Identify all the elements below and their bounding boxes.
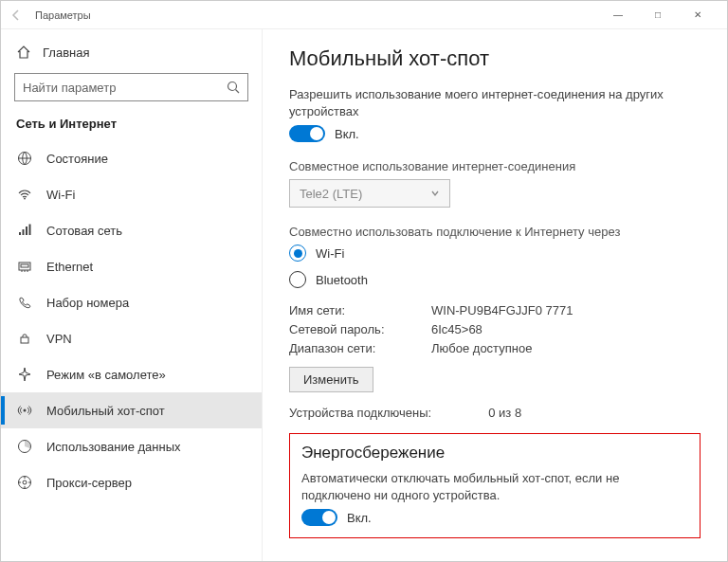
sidebar-item-label: Состояние	[46, 152, 108, 166]
chevron-down-icon	[430, 189, 440, 198]
home-label: Главная	[43, 45, 89, 60]
sidebar-item-label: Мобильный хот-спот	[46, 404, 165, 418]
sidebar-item-airplane[interactable]: Режим «в самолете»	[1, 356, 262, 392]
toggle-label: Вкл.	[335, 127, 359, 141]
svg-point-3	[24, 198, 26, 200]
share-description: Разрешить использование моего интернет-с…	[289, 86, 668, 119]
close-button[interactable]: ✕	[678, 1, 718, 29]
section-label: Сеть и Интернет	[1, 117, 262, 140]
sidebar-item-cellular[interactable]: Сотовая сеть	[1, 212, 262, 248]
sidebar-item-label: Использование данных	[46, 440, 181, 454]
sidebar-item-dialup[interactable]: Набор номера	[1, 284, 262, 320]
devices-value: 0 из 8	[488, 406, 521, 420]
back-icon[interactable]	[10, 9, 26, 21]
sidebar-item-wifi[interactable]: Wi-Fi	[1, 176, 262, 212]
net-name-label: Имя сети:	[289, 303, 431, 317]
sidebar-item-vpn[interactable]: VPN	[1, 320, 262, 356]
radio-wifi[interactable]: Wi-Fi	[289, 245, 701, 262]
settings-window: Параметры — □ ✕ Главная Найти параметр С…	[0, 0, 728, 562]
sidebar-item-label: Сотовая сеть	[46, 224, 122, 238]
sidebar-item-datausage[interactable]: Использование данных	[1, 428, 262, 464]
net-pass-label: Сетевой пароль:	[289, 322, 431, 336]
search-placeholder: Найти параметр	[23, 81, 227, 95]
toggle-switch-icon	[289, 125, 325, 142]
select-value: Tele2 (LTE)	[300, 187, 362, 201]
devices-label: Устройства подключены:	[289, 406, 431, 420]
svg-rect-5	[23, 229, 25, 235]
globe-icon	[16, 150, 33, 167]
net-band-value: Любое доступное	[431, 341, 701, 355]
svg-rect-6	[26, 227, 27, 235]
svg-point-14	[24, 409, 27, 412]
proxy-icon	[16, 474, 33, 491]
search-icon	[227, 81, 240, 94]
sidebar-item-status[interactable]: Состояние	[1, 140, 262, 176]
sidebar-item-label: VPN	[46, 332, 72, 346]
main-content: Мобильный хот-спот Разрешить использован…	[263, 29, 727, 561]
share-via-label: Совместно использовать подключение к Инт…	[289, 225, 701, 239]
svg-rect-7	[29, 225, 31, 236]
data-usage-icon	[16, 438, 33, 455]
net-name-value: WIN-PU9B4FGJJF0 7771	[431, 303, 701, 317]
wifi-icon	[16, 186, 33, 203]
radio-label: Bluetooth	[316, 273, 368, 287]
radio-icon	[289, 271, 306, 288]
power-saving-section: Энергосбережение Автоматически отключать…	[289, 433, 701, 538]
sidebar: Главная Найти параметр Сеть и Интернет С…	[1, 29, 263, 561]
power-desc: Автоматически отключать мобильный хот-сп…	[301, 470, 681, 503]
sidebar-item-label: Режим «в самолете»	[46, 368, 166, 382]
page-title: Мобильный хот-спот	[289, 46, 701, 71]
sidebar-item-label: Wi-Fi	[46, 188, 75, 202]
sidebar-item-hotspot[interactable]: Мобильный хот-спот	[1, 392, 262, 428]
power-toggle[interactable]: Вкл.	[301, 509, 688, 526]
toggle-switch-icon	[301, 509, 337, 526]
window-title: Параметры	[35, 9, 598, 21]
radio-bluetooth[interactable]: Bluetooth	[289, 271, 701, 288]
network-info: Имя сети: WIN-PU9B4FGJJF0 7771 Сетевой п…	[289, 303, 701, 355]
dialup-icon	[16, 294, 33, 311]
toggle-label: Вкл.	[347, 511, 372, 525]
sidebar-item-proxy[interactable]: Прокси-сервер	[1, 464, 262, 500]
maximize-button[interactable]: □	[638, 1, 678, 29]
sidebar-item-label: Ethernet	[46, 260, 93, 274]
svg-rect-13	[21, 337, 28, 343]
net-pass-value: 6Ic45>68	[431, 322, 701, 336]
svg-point-17	[23, 480, 27, 484]
share-connection-select[interactable]: Tele2 (LTE)	[289, 179, 450, 208]
share-toggle[interactable]: Вкл.	[289, 125, 701, 142]
svg-point-0	[228, 82, 237, 91]
sidebar-item-label: Набор номера	[46, 296, 129, 310]
net-band-label: Диапазон сети:	[289, 341, 431, 355]
svg-line-1	[236, 90, 240, 94]
home-icon	[16, 45, 31, 60]
search-input[interactable]: Найти параметр	[14, 73, 248, 101]
home-link[interactable]: Главная	[1, 39, 262, 65]
svg-rect-9	[21, 264, 28, 267]
sidebar-item-ethernet[interactable]: Ethernet	[1, 248, 262, 284]
vpn-icon	[16, 330, 33, 347]
hotspot-icon	[16, 402, 33, 419]
cellular-icon	[16, 222, 33, 239]
ethernet-icon	[16, 258, 33, 275]
titlebar: Параметры — □ ✕	[1, 1, 727, 29]
radio-icon	[289, 245, 306, 262]
power-title: Энергосбережение	[301, 444, 688, 462]
share-connection-label: Совместное использование интернет-соедин…	[289, 159, 701, 173]
minimize-button[interactable]: —	[598, 1, 638, 29]
airplane-icon	[16, 366, 33, 383]
sidebar-item-label: Прокси-сервер	[46, 476, 132, 490]
radio-label: Wi-Fi	[316, 246, 344, 261]
edit-button[interactable]: Изменить	[289, 367, 373, 392]
svg-rect-4	[19, 232, 21, 235]
